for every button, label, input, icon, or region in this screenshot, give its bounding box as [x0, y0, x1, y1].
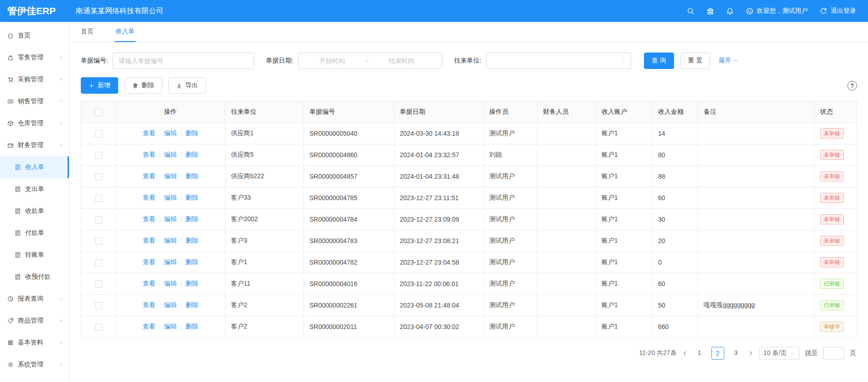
view-link[interactable]: 查看	[143, 129, 156, 137]
date-end-input[interactable]	[372, 57, 431, 64]
sidebar-item-income-receipt[interactable]: 收入单	[0, 156, 69, 178]
delete-link[interactable]: 删除	[186, 258, 199, 265]
sidebar-item-warehouse-mgmt[interactable]: 仓库管理	[0, 112, 69, 134]
row-checkbox[interactable]	[95, 324, 102, 331]
row-checkbox[interactable]	[95, 195, 102, 202]
delete-link[interactable]: 删除	[186, 194, 199, 201]
cell-doc-no: SR00000004785	[304, 187, 394, 209]
view-link[interactable]: 查看	[143, 215, 156, 223]
sidebar-item-purchase-mgmt[interactable]: 采购管理	[0, 69, 69, 90]
date-start-input[interactable]	[303, 57, 361, 64]
delete-link[interactable]: 删除	[186, 323, 199, 330]
search-button[interactable]: 查 询	[644, 53, 674, 69]
view-link[interactable]: 查看	[143, 258, 156, 265]
cell-unit: 客户2002	[225, 209, 304, 230]
edit-link[interactable]: 编辑	[164, 172, 177, 180]
prev-page-icon[interactable]	[682, 350, 688, 356]
delete-link[interactable]: 删除	[186, 129, 199, 137]
next-page-icon[interactable]	[748, 350, 753, 356]
jump-page-input[interactable]	[823, 347, 844, 360]
edit-link[interactable]: 编辑	[164, 215, 177, 223]
sidebar-item-system-mgmt[interactable]: 系统管理	[0, 354, 69, 376]
add-button[interactable]: 新增	[81, 77, 118, 94]
row-checkbox[interactable]	[95, 216, 102, 223]
search-icon[interactable]	[687, 7, 695, 15]
edit-link[interactable]: 编辑	[164, 323, 177, 330]
cell-remark	[698, 166, 815, 187]
sidebar-item-goods-mgmt[interactable]: 商品管理	[0, 310, 69, 332]
bank-icon[interactable]	[706, 7, 714, 15]
sidebar-item-finance-mgmt[interactable]: 财务管理	[0, 134, 69, 156]
row-checkbox[interactable]	[95, 281, 102, 288]
cell-finance-staff	[538, 144, 596, 166]
sidebar-item-home[interactable]: 首页	[0, 25, 69, 47]
cell-operator: 刘能	[484, 144, 538, 166]
row-checkbox[interactable]	[95, 130, 102, 138]
cell-finance-staff	[538, 295, 596, 316]
edit-link[interactable]: 编辑	[164, 129, 177, 137]
delete-link[interactable]: 删除	[186, 301, 199, 308]
status-badge: 未审核	[820, 193, 844, 203]
unit-select[interactable]	[486, 53, 631, 69]
help-icon[interactable]: ?	[847, 81, 857, 90]
page-size-select[interactable]: 10 条/页	[759, 347, 800, 360]
row-checkbox[interactable]	[95, 238, 102, 245]
view-link[interactable]: 查看	[143, 280, 156, 287]
bell-icon[interactable]	[726, 7, 734, 15]
edit-link[interactable]: 编辑	[164, 258, 177, 265]
table-row: 查看编辑删除 客户33 SR00000004785 2023-12-27 23:…	[81, 187, 857, 209]
delete-link[interactable]: 删除	[186, 280, 199, 287]
sidebar-item-basic-data[interactable]: 基本资料	[0, 332, 69, 354]
cell-remark	[698, 209, 815, 230]
sidebar-item-payment-receipt[interactable]: 付款单	[0, 222, 69, 244]
doc-no-input[interactable]	[113, 53, 254, 69]
page-number-1[interactable]: 1	[693, 347, 706, 360]
view-link[interactable]: 查看	[143, 151, 156, 158]
delete-link[interactable]: 删除	[186, 237, 199, 244]
doc-icon	[15, 274, 21, 280]
cell-remark	[698, 187, 815, 209]
filter-bar: 单据编号: 单据日期: ~ 往来单位: 查 询 重 置 展开	[81, 53, 857, 69]
edit-link[interactable]: 编辑	[164, 151, 177, 158]
sidebar-item-report-query[interactable]: 报表查询	[0, 288, 69, 310]
edit-link[interactable]: 编辑	[164, 194, 177, 201]
delete-link[interactable]: 删除	[186, 215, 199, 223]
delete-link[interactable]: 删除	[186, 151, 199, 158]
select-all-checkbox[interactable]	[95, 109, 102, 116]
logout-button[interactable]: 退出登录	[820, 7, 856, 15]
page-number-2-current[interactable]: 2	[711, 347, 724, 360]
sidebar-item-collection-receipt[interactable]: 收款单	[0, 200, 69, 222]
date-range-picker[interactable]: ~	[298, 53, 442, 69]
sidebar-item-transfer-receipt[interactable]: 转账单	[0, 244, 69, 266]
view-link[interactable]: 查看	[143, 323, 156, 330]
reset-button[interactable]: 重 置	[680, 53, 711, 69]
expand-link[interactable]: 展开	[718, 57, 738, 65]
row-checkbox[interactable]	[95, 259, 102, 266]
export-button[interactable]: 导出	[168, 77, 206, 94]
cell-doc-no: SR00000004783	[304, 230, 394, 252]
sidebar-item-advance-receipt[interactable]: 收预付款	[0, 266, 69, 288]
tab-income-receipt[interactable]: 收入单	[115, 22, 136, 42]
edit-link[interactable]: 编辑	[164, 301, 177, 308]
tab-home[interactable]: 首页	[80, 22, 94, 42]
view-link[interactable]: 查看	[143, 301, 156, 308]
page-number-3[interactable]: 3	[730, 347, 743, 360]
view-link[interactable]: 查看	[143, 194, 156, 201]
view-link[interactable]: 查看	[143, 237, 156, 244]
edit-link[interactable]: 编辑	[164, 237, 177, 244]
sidebar-item-sales-mgmt[interactable]: 销售管理	[0, 90, 69, 112]
delete-link[interactable]: 删除	[186, 172, 199, 180]
cell-account: 账户1	[596, 295, 653, 316]
row-checkbox[interactable]	[95, 173, 102, 180]
view-link[interactable]: 查看	[143, 172, 156, 180]
sidebar-item-retail-mgmt[interactable]: 零售管理	[0, 47, 69, 69]
table-row: 查看编辑删除 客户2002 SR00000004784 2023-12-27 2…	[81, 209, 857, 230]
edit-link[interactable]: 编辑	[164, 280, 177, 287]
doc-icon	[15, 252, 21, 258]
row-checkbox[interactable]	[95, 302, 102, 309]
cell-doc-date: 2023-12-27 23:09:09	[394, 209, 484, 230]
delete-button[interactable]: 删除	[125, 77, 162, 94]
welcome-user[interactable]: 欢迎您，测试用户	[746, 7, 808, 15]
row-checkbox[interactable]	[95, 152, 102, 159]
sidebar-item-expense-receipt[interactable]: 支出单	[0, 178, 69, 200]
